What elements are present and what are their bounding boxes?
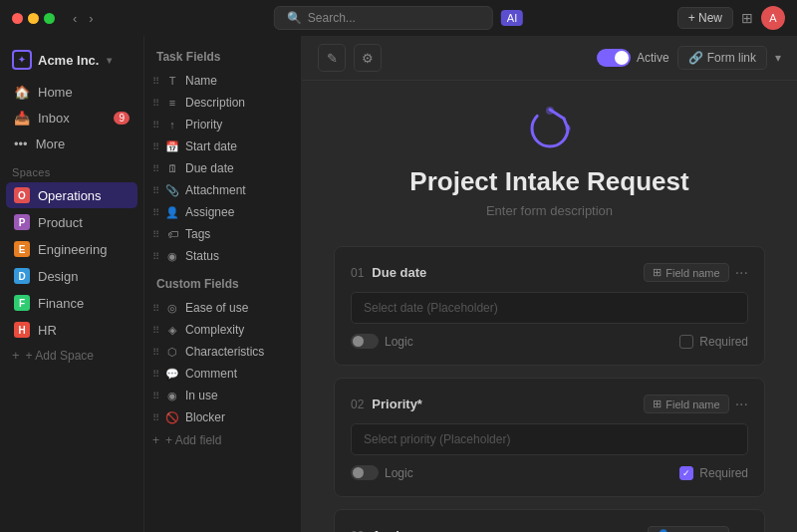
priority-icon: ↑ — [165, 118, 179, 132]
titlebar: ‹ › 🔍 Search... AI + New ⊞ A — [0, 0, 797, 36]
spaces-section-label: Spaces — [0, 156, 143, 182]
back-button[interactable]: ‹ — [69, 9, 81, 28]
form-link-label: Form link — [707, 51, 756, 65]
active-toggle[interactable] — [597, 49, 631, 67]
more-options-button[interactable]: ··· — [735, 396, 748, 413]
new-button[interactable]: + New — [677, 7, 733, 29]
titlebar-nav: ‹ › — [69, 9, 98, 28]
sidebar-item-operations[interactable]: O Operations — [6, 182, 137, 208]
attachment-icon: 📎 — [165, 183, 179, 197]
sidebar-nav: 🏠 Home 📥 Inbox 9 ••• More — [0, 80, 143, 156]
field-item-start-date[interactable]: ⠿ 📅 Start date — [144, 135, 301, 157]
search-bar[interactable]: 🔍 Search... — [274, 6, 493, 30]
field-item-due-date[interactable]: ⠿ 🗓 Due date — [144, 157, 301, 179]
required-label: Required — [699, 335, 748, 349]
spaces-nav: O Operations P Product E Engineering D D… — [0, 182, 143, 343]
field-item-ease-of-use[interactable]: ⠿ ◎ Ease of use — [144, 297, 301, 319]
field-label: Attachment — [185, 183, 246, 197]
edit-button[interactable]: ✎ — [318, 44, 346, 72]
drag-icon: ⠿ — [152, 98, 159, 109]
add-field-button[interactable]: + + Add field — [144, 428, 301, 452]
due-date-input[interactable]: Select date (Placeholder) — [351, 292, 748, 324]
form-link-button[interactable]: 🔗 Form link — [677, 46, 767, 70]
sidebar-item-design[interactable]: D Design — [6, 263, 137, 289]
sidebar-brand[interactable]: ✦ Acme Inc. ▾ — [0, 44, 143, 80]
field-card-right: 👤 Assignee ··· — [648, 526, 748, 532]
logic-toggle-switch[interactable] — [351, 465, 379, 480]
sidebar-item-finance[interactable]: F Finance — [6, 290, 137, 316]
field-card-header: 03 Assignee 👤 Assignee ··· — [351, 526, 748, 532]
field-item-comment[interactable]: ⠿ 💬 Comment — [144, 363, 301, 385]
field-item-characteristics[interactable]: ⠿ ⬡ Characteristics — [144, 341, 301, 363]
drag-icon: ⠿ — [152, 412, 159, 423]
field-card-name: Due date — [372, 265, 426, 280]
content-toolbar: ✎ ⚙ Active 🔗 Form link ▾ — [302, 36, 797, 81]
titlebar-left: ‹ › — [12, 9, 98, 28]
form-loader-icon — [526, 105, 574, 152]
close-button[interactable] — [12, 13, 23, 24]
plus-icon: + — [152, 433, 159, 447]
characteristics-icon: ⬡ — [165, 345, 179, 359]
required-checkbox[interactable]: ✓ — [679, 466, 693, 480]
forward-button[interactable]: › — [85, 9, 97, 28]
priority-input[interactable]: Select priority (Placeholder) — [351, 423, 748, 455]
field-name-badge[interactable]: ⊞ Field name — [644, 263, 728, 282]
required-checkbox[interactable] — [679, 335, 693, 349]
svg-line-4 — [564, 119, 568, 129]
field-name-badge[interactable]: ⊞ Field name — [644, 395, 728, 413]
inbox-badge: 9 — [114, 112, 130, 125]
sidebar-item-hr[interactable]: H HR — [6, 317, 137, 343]
add-space-button[interactable]: + + Add Space — [0, 343, 143, 368]
field-item-name[interactable]: ⠿ T Name — [144, 70, 301, 92]
field-name-badge[interactable]: 👤 Assignee — [648, 526, 728, 532]
field-badge-label: Field name — [665, 267, 719, 279]
field-item-priority[interactable]: ⠿ ↑ Priority — [144, 114, 301, 135]
sidebar-item-inbox[interactable]: 📥 Inbox 9 — [6, 106, 137, 131]
maximize-button[interactable] — [44, 13, 55, 24]
field-number: 02 — [351, 398, 364, 411]
field-label: Characteristics — [185, 345, 264, 359]
form-link-dropdown[interactable]: ▾ — [775, 51, 781, 65]
sidebar-item-product[interactable]: P Product — [6, 209, 137, 235]
field-item-blocker[interactable]: ⠿ 🚫 Blocker — [144, 406, 301, 428]
drag-icon: ⠿ — [152, 163, 159, 174]
svg-line-3 — [550, 110, 564, 119]
field-card-due-date: 01 Due date ⊞ Field name ··· Select date… — [334, 246, 765, 366]
more-options-button[interactable]: ··· — [735, 527, 748, 533]
sidebar-item-engineering[interactable]: E Engineering — [6, 236, 137, 262]
sidebar-item-label: Product — [38, 215, 83, 230]
field-item-complexity[interactable]: ⠿ ◈ Complexity — [144, 319, 301, 341]
field-card-right: ⊞ Field name ··· — [644, 395, 748, 413]
field-card-name: Assignee — [372, 528, 429, 532]
settings-button[interactable]: ⚙ — [354, 44, 382, 72]
field-item-tags[interactable]: ⠿ 🏷 Tags — [144, 223, 301, 245]
main-layout: ✦ Acme Inc. ▾ 🏠 Home 📥 Inbox 9 ••• More … — [0, 36, 797, 532]
search-placeholder: Search... — [308, 11, 356, 25]
required-container: ✓ Required — [679, 466, 748, 480]
field-item-status[interactable]: ⠿ ◉ Status — [144, 245, 301, 267]
field-badge-icon: ⊞ — [653, 266, 662, 279]
more-options-button[interactable]: ··· — [735, 264, 748, 282]
avatar: A — [761, 6, 785, 30]
field-item-description[interactable]: ⠿ ≡ Description — [144, 92, 301, 114]
logic-label: Logic — [385, 335, 413, 349]
logic-toggle-switch[interactable] — [351, 334, 379, 349]
complexity-icon: ◈ — [165, 323, 179, 337]
start-date-icon: 📅 — [165, 139, 179, 153]
sidebar-item-home[interactable]: 🏠 Home — [6, 80, 137, 105]
sidebar-item-label: More — [36, 136, 66, 151]
form-header: Project Intake Request Enter form descri… — [409, 105, 688, 218]
required-container: Required — [679, 335, 748, 349]
minimize-button[interactable] — [28, 13, 39, 24]
finance-icon: F — [14, 295, 30, 311]
sidebar-item-label: Home — [38, 85, 73, 100]
sidebar-item-more[interactable]: ••• More — [6, 132, 137, 156]
form-area: Project Intake Request Enter form descri… — [302, 81, 797, 532]
toolbar-left: ✎ ⚙ — [318, 44, 382, 72]
sidebar-item-label: Operations — [38, 188, 102, 203]
field-item-in-use[interactable]: ⠿ ◉ In use — [144, 385, 301, 406]
grid-icon[interactable]: ⊞ — [741, 10, 753, 26]
field-footer: Logic ✓ Required — [351, 465, 748, 480]
field-item-assignee[interactable]: ⠿ 👤 Assignee — [144, 201, 301, 223]
field-item-attachment[interactable]: ⠿ 📎 Attachment — [144, 179, 301, 201]
